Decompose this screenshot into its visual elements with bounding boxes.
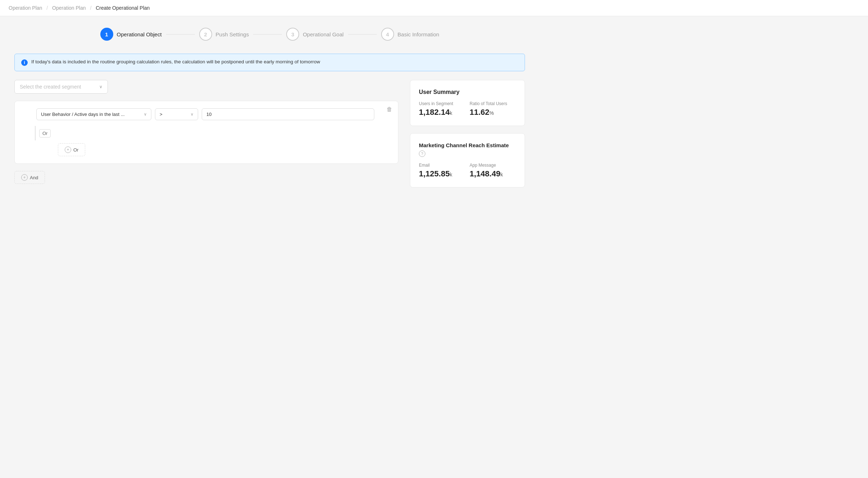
operator-dropdown[interactable]: > ∨ [155, 108, 198, 120]
or-label: Or [39, 129, 51, 137]
step-4-label: Basic Information [398, 31, 439, 37]
step-1: 1 Operational Object [100, 28, 162, 41]
app-message-value: 1,148.49k [470, 169, 516, 179]
ratio-label: Ratio of Total Users [470, 101, 516, 106]
breadcrumb: Operation Plan / Operation Plan / Create… [0, 0, 868, 16]
right-panel: User Summary Users in Segment 1,182.14k … [410, 80, 525, 188]
behavior-dropdown[interactable]: User Behavior / Active days in the last … [36, 108, 151, 120]
step-line-1 [166, 34, 195, 35]
chevron-down-icon-operator: ∨ [191, 112, 193, 117]
step-2: 2 Push Settings [199, 28, 249, 41]
behavior-dropdown-label: User Behavior / Active days in the last … [41, 112, 125, 117]
breadcrumb-item-3: Create Operational Plan [96, 5, 150, 11]
step-3-label: Operational Goal [303, 31, 343, 37]
breadcrumb-item-1[interactable]: Operation Plan [9, 5, 42, 11]
add-or-row: + Or [15, 143, 391, 156]
marketing-channel-title: Marketing Channel Reach Estimate [419, 142, 516, 148]
value-input[interactable] [202, 108, 374, 120]
step-4: 4 Basic Information [381, 28, 439, 41]
add-and-label: And [30, 175, 38, 180]
marketing-subtitle-row: ? [419, 150, 516, 157]
app-message-label: App Message [470, 163, 516, 168]
stepper: 1 Operational Object 2 Push Settings 3 O… [14, 28, 525, 41]
segment-select-dropdown[interactable]: Select the created segment ∨ [14, 80, 108, 94]
step-4-circle: 4 [381, 28, 394, 41]
add-or-button[interactable]: + Or [58, 143, 85, 156]
breadcrumb-sep-1: / [46, 5, 48, 11]
segment-select-placeholder: Select the created segment [20, 84, 81, 90]
marketing-channel-card: Marketing Channel Reach Estimate ? Email… [410, 133, 525, 188]
plus-circle-icon: + [65, 146, 71, 153]
breadcrumb-sep-2: / [90, 5, 91, 11]
step-3: 3 Operational Goal [286, 28, 343, 41]
breadcrumb-item-2[interactable]: Operation Plan [52, 5, 86, 11]
info-icon: i [21, 59, 28, 66]
step-line-2 [253, 34, 282, 35]
step-2-circle: 2 [199, 28, 212, 41]
step-3-circle: 3 [286, 28, 299, 41]
plus-circle-and-icon: + [21, 174, 28, 181]
question-icon[interactable]: ? [419, 150, 425, 157]
filter-card: 🗑 User Behavior / Active days in the las… [14, 101, 398, 164]
ratio-value: 11.62% [470, 108, 516, 117]
info-banner-text: If today's data is included in the routi… [31, 59, 320, 64]
step-2-label: Push Settings [216, 31, 249, 37]
add-or-label: Or [73, 147, 78, 153]
chevron-down-icon-behavior: ∨ [144, 112, 147, 117]
user-summary-title: User Summary [419, 89, 516, 95]
left-panel: Select the created segment ∨ 🗑 User Beha… [14, 80, 398, 184]
app-message-item: App Message 1,148.49k [470, 163, 516, 179]
user-summary-grid: Users in Segment 1,182.14k Ratio of Tota… [419, 101, 516, 117]
email-label: Email [419, 163, 465, 168]
chevron-down-icon: ∨ [99, 84, 102, 89]
user-summary-card: User Summary Users in Segment 1,182.14k … [410, 80, 525, 126]
step-1-label: Operational Object [117, 31, 162, 37]
operator-label: > [160, 112, 163, 117]
ratio-item: Ratio of Total Users 11.62% [470, 101, 516, 117]
step-line-3 [348, 34, 377, 35]
users-in-segment-item: Users in Segment 1,182.14k [419, 101, 465, 117]
marketing-grid: Email 1,125.85k App Message 1,148.49k [419, 163, 516, 179]
email-item: Email 1,125.85k [419, 163, 465, 179]
step-1-circle: 1 [100, 28, 113, 41]
users-in-segment-label: Users in Segment [419, 101, 465, 106]
filter-row: User Behavior / Active days in the last … [15, 108, 391, 120]
delete-icon[interactable]: 🗑 [387, 106, 392, 113]
users-in-segment-value: 1,182.14k [419, 108, 465, 117]
add-and-button[interactable]: + And [14, 171, 45, 184]
add-and-row: + And [14, 170, 398, 184]
email-value: 1,125.85k [419, 169, 465, 179]
info-banner: i If today's data is included in the rou… [14, 54, 525, 71]
